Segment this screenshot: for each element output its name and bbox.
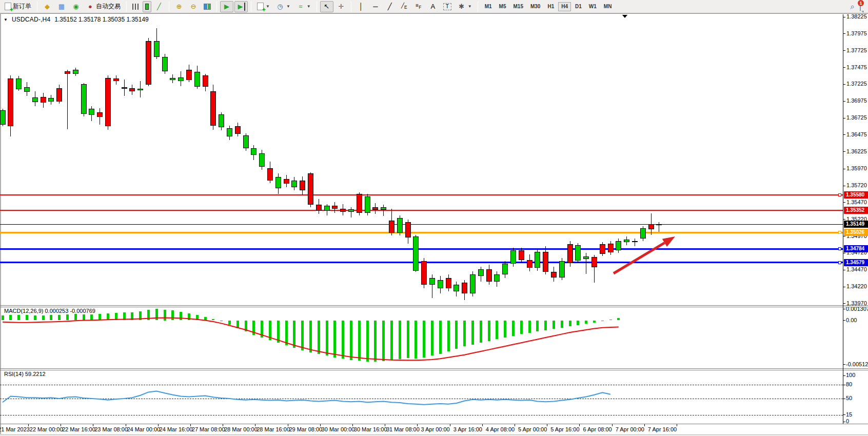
collapse-arrow-icon[interactable]: ▼	[4, 17, 8, 22]
price-axis-tick-label: 1.36725	[846, 114, 867, 121]
signals-button[interactable]: ◉	[69, 1, 83, 12]
timeframe-button-m15[interactable]: M15	[510, 2, 526, 11]
candlestick-chart-button[interactable]	[143, 1, 151, 12]
date-axis-label: 28 Mar 00:00	[224, 426, 258, 432]
candle-body	[259, 153, 265, 167]
macd-histogram-bar	[318, 321, 320, 354]
arrows-tool-button[interactable]: ✱▼	[455, 1, 475, 12]
auto-scroll-button[interactable]: ▶	[220, 1, 233, 12]
candle-body	[146, 41, 151, 85]
new-order-button[interactable]: 新订单	[2, 1, 34, 12]
macd-histogram-bar	[269, 321, 271, 341]
horizontal-line-1.35026[interactable]	[0, 232, 843, 233]
candle-body	[316, 205, 322, 211]
cursor-tool-button[interactable]: ↖	[320, 1, 333, 12]
chart-shift-button[interactable]: ▶	[234, 1, 248, 12]
bell-icon: ◆	[43, 3, 51, 11]
horizontal-line-tool-button[interactable]: ─	[369, 1, 382, 12]
tile-windows-button[interactable]	[201, 1, 213, 12]
timeframe-button-w1[interactable]: W1	[586, 2, 600, 11]
timeframe-button-h1[interactable]: H1	[544, 2, 557, 11]
macd-histogram-bar	[577, 321, 579, 325]
pane-separator[interactable]	[0, 305, 868, 306]
notifications-button[interactable]: 1	[860, 2, 861, 11]
vertical-line-tool-button[interactable]: │	[354, 1, 368, 12]
candle-body	[567, 244, 573, 263]
timeframe-button-m1[interactable]: M1	[482, 2, 495, 11]
chevron-down-icon: ▼	[307, 4, 311, 9]
text-tool-button[interactable]: A	[426, 1, 440, 12]
candle-body	[203, 75, 208, 87]
macd-histogram-bar	[17, 315, 20, 320]
chart-bottom-border	[0, 424, 868, 424]
line-handle[interactable]	[838, 247, 841, 250]
candle-body	[170, 78, 175, 80]
timeframe-button-m5[interactable]: M5	[496, 2, 509, 11]
timeframe-button-m30[interactable]: M30	[527, 2, 543, 11]
indicators-button[interactable]: ▼	[254, 1, 272, 12]
candle-body	[178, 77, 184, 82]
zoom-in-button[interactable]: ⊕	[172, 1, 186, 12]
macd-axis-label: 0.00	[846, 317, 857, 323]
rsi-indicator-label: RSI(14) 59.2212	[4, 371, 46, 377]
templates-button[interactable]: ≈▼	[294, 1, 313, 12]
search-icon[interactable]: ⌕	[851, 2, 855, 11]
line-handle[interactable]	[838, 231, 841, 234]
pane-separator[interactable]	[0, 368, 868, 369]
macd-histogram-bar	[617, 318, 620, 320]
candle-body	[0, 110, 6, 125]
timeframe-button-d1[interactable]: D1	[572, 2, 585, 11]
timeframe-group: M1M5M15M30H1H4D1W1MN	[481, 2, 616, 11]
macd-histogram-bar	[2, 315, 4, 320]
horizontal-line-1.35352[interactable]	[0, 210, 843, 211]
line-handle[interactable]	[838, 193, 841, 196]
date-axis-label: 21 Mar 2023	[0, 426, 30, 432]
candle-body	[453, 285, 459, 291]
price-axis-tick-label: 1.36975	[846, 97, 867, 104]
macd-histogram-bar	[115, 313, 117, 320]
alerts-button[interactable]: ◆	[41, 1, 54, 12]
candle-body	[48, 98, 54, 102]
new-order-label: 新订单	[13, 2, 31, 11]
horizontal-line-1.35149[interactable]	[0, 224, 843, 225]
toolbar-separator	[478, 2, 478, 12]
market-depth-button[interactable]: ▦	[55, 1, 68, 12]
auto-trading-button[interactable]: ● 自动交易	[84, 1, 123, 12]
macd-histogram-bar	[66, 314, 69, 321]
candle-body	[527, 260, 532, 268]
candle-body	[251, 148, 257, 155]
line-handle[interactable]	[838, 261, 841, 264]
bar-chart-button[interactable]	[130, 1, 142, 12]
timeframe-button-h4[interactable]: H4	[558, 2, 571, 11]
chevron-down-icon: ▼	[468, 4, 472, 9]
macd-axis-label: -0.005123	[846, 361, 868, 367]
macd-histogram-bar	[188, 313, 190, 320]
candle-body	[438, 280, 443, 288]
price-label-box: 1.35026	[844, 229, 868, 236]
horizontal-line-1.35580[interactable]	[0, 194, 843, 195]
chevron-down-icon: ▼	[286, 4, 290, 9]
fibonacci-icon: ≡F	[415, 2, 423, 11]
periods-button[interactable]: ◷▼	[273, 1, 293, 12]
price-axis-tick-label: 1.35720	[846, 182, 867, 188]
channel-tool-button[interactable]: ╱E	[398, 1, 411, 12]
text-label-icon: T	[443, 3, 451, 10]
candle-body	[381, 207, 386, 210]
trendline-tool-button[interactable]: ╱	[383, 1, 397, 12]
chart-shift-marker[interactable]	[622, 15, 627, 18]
horizontal-line-1.34784[interactable]	[0, 248, 843, 250]
label-tool-button[interactable]: T	[441, 1, 454, 12]
chart-ohlc-values: 1.35152 1.35178 1.35035 1.35149	[54, 16, 149, 23]
timeframe-button-mn[interactable]: MN	[601, 2, 615, 11]
zoom-out-button[interactable]: ⊖	[187, 1, 200, 12]
line-chart-button[interactable]: ╱	[152, 1, 166, 12]
macd-histogram-bar	[155, 309, 158, 320]
candle-body	[89, 109, 94, 115]
fibonacci-tool-button[interactable]: ≡F	[412, 1, 425, 12]
trendline-icon: ╱	[386, 3, 394, 11]
crosshair-tool-button[interactable]: ✛	[334, 1, 348, 12]
macd-histogram-bar	[496, 321, 498, 340]
macd-histogram-bar	[342, 321, 344, 359]
rsi-axis-label: 50	[846, 395, 852, 401]
pane-separator	[0, 307, 868, 307]
